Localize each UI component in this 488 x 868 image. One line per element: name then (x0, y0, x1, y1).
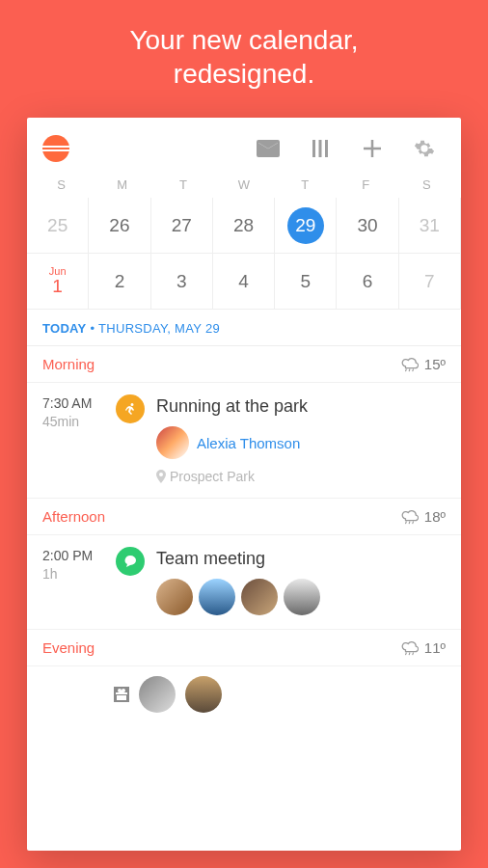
avatar (156, 426, 189, 459)
day-cell-month-start[interactable]: Jun1 (27, 254, 89, 310)
avatar (241, 579, 278, 615)
sunrise-logo-icon[interactable] (42, 135, 69, 162)
weekday-label: S (31, 177, 92, 192)
day-cell[interactable]: 27 (151, 198, 213, 254)
calendar-grid: 25 26 27 28 29 30 31 Jun1 2 3 4 5 6 7 (27, 198, 461, 310)
weekday-row: S M T W T F S (27, 176, 461, 198)
weekday-label: T (152, 177, 213, 192)
day-cell[interactable]: 4 (213, 254, 275, 310)
plus-icon (362, 138, 383, 159)
svg-rect-0 (312, 140, 315, 157)
gift-icon (114, 687, 129, 702)
gear-icon (414, 138, 435, 159)
weather-rain-icon (401, 640, 419, 656)
weather-rain-icon (401, 509, 419, 525)
day-cell[interactable]: 26 (89, 198, 150, 254)
weather-rain-icon (401, 357, 419, 372)
section-morning: Morning 15º (27, 346, 461, 383)
avatar (199, 579, 235, 615)
avatar (139, 676, 176, 713)
attendee-name: Alexia Thomson (197, 435, 300, 451)
add-button[interactable] (351, 131, 393, 166)
running-icon (116, 394, 145, 423)
avatar (185, 676, 222, 713)
weekday-label: S (396, 177, 457, 192)
day-cell[interactable]: 3 (151, 254, 213, 310)
day-cell[interactable]: 25 (27, 198, 89, 254)
day-cell[interactable]: 5 (275, 254, 337, 310)
section-label: Afternoon (42, 508, 105, 525)
section-label: Evening (42, 639, 95, 656)
hero-text: Your new calendar, redesigned. (0, 0, 488, 118)
day-cell[interactable]: 28 (213, 198, 275, 254)
svg-rect-2 (325, 140, 328, 157)
inbox-button[interactable] (247, 131, 289, 166)
section-evening: Evening 11º (27, 630, 461, 666)
day-cell-today[interactable]: 29 (275, 198, 337, 254)
app-frame: S M T W T F S 25 26 27 28 29 30 31 Jun1 … (27, 118, 461, 851)
temp-label: 15º (424, 356, 446, 372)
avatar (156, 579, 193, 615)
svg-rect-1 (319, 140, 322, 157)
day-cell[interactable]: 30 (337, 198, 398, 254)
weekday-label: F (336, 177, 396, 192)
date-header: TODAY • THURSDAY, MAY 29 (27, 310, 461, 346)
event-time: 7:30 AM 45min (42, 394, 104, 484)
temp-label: 18º (424, 508, 446, 525)
avatar (284, 579, 320, 615)
view-button[interactable] (299, 131, 341, 166)
attendee-avatars (156, 579, 446, 615)
pin-icon (156, 470, 166, 483)
day-cell[interactable]: 7 (399, 254, 461, 310)
weekday-label: M (92, 177, 152, 192)
settings-button[interactable] (403, 131, 446, 166)
day-cell[interactable]: 6 (337, 254, 398, 310)
section-label: Morning (42, 356, 95, 372)
event-row[interactable]: 2:00 PM 1h Team meeting (27, 535, 461, 630)
event-title: Team meeting (156, 549, 446, 569)
event-time: 2:00 PM 1h (42, 547, 104, 615)
event-title: Running at the park (156, 396, 446, 417)
day-cell[interactable]: 31 (399, 198, 461, 254)
columns-icon (311, 139, 330, 158)
toolbar (27, 118, 461, 176)
chat-icon (116, 547, 145, 576)
mail-icon (257, 140, 280, 157)
event-location: Prospect Park (156, 469, 446, 484)
weekday-label: W (213, 177, 274, 192)
day-cell[interactable]: 2 (89, 254, 150, 310)
weekday-label: T (275, 177, 336, 192)
event-row[interactable] (27, 666, 461, 722)
section-afternoon: Afternoon 18º (27, 499, 461, 535)
temp-label: 11º (424, 639, 446, 656)
event-row[interactable]: 7:30 AM 45min Running at the park Alexia… (27, 383, 461, 499)
